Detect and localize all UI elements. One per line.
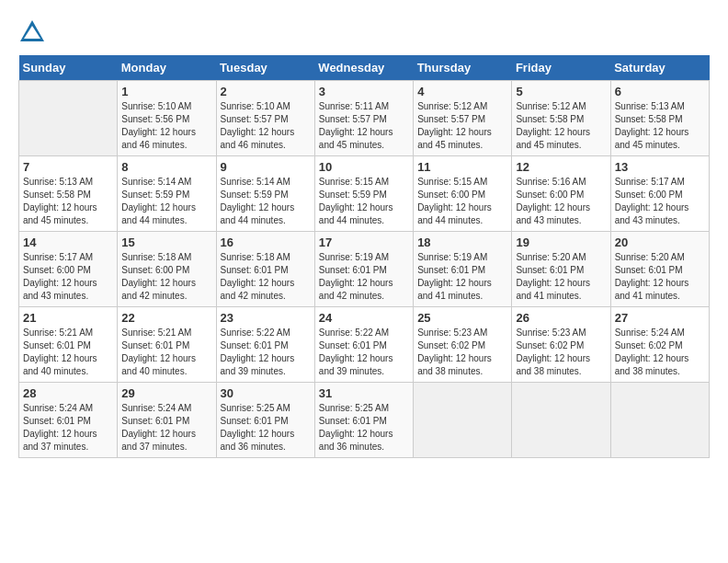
calendar-week-row: 14Sunrise: 5:17 AM Sunset: 6:00 PM Dayli… <box>19 232 710 307</box>
calendar-cell: 8Sunrise: 5:14 AM Sunset: 5:59 PM Daylig… <box>118 156 216 232</box>
day-number: 17 <box>319 236 409 249</box>
calendar-week-row: 28Sunrise: 5:24 AM Sunset: 6:01 PM Dayli… <box>19 383 710 458</box>
calendar-cell: 24Sunrise: 5:22 AM Sunset: 6:01 PM Dayli… <box>314 307 413 383</box>
calendar-cell: 4Sunrise: 5:12 AM Sunset: 5:57 PM Daylig… <box>414 81 512 156</box>
day-info: Sunrise: 5:15 AM Sunset: 6:00 PM Dayligh… <box>417 176 507 227</box>
calendar-cell: 28Sunrise: 5:24 AM Sunset: 6:01 PM Dayli… <box>19 383 118 458</box>
header-saturday: Saturday <box>610 55 709 81</box>
header-monday: Monday <box>118 55 216 81</box>
day-info: Sunrise: 5:16 AM Sunset: 6:00 PM Dayligh… <box>516 176 606 227</box>
day-number: 30 <box>221 386 311 400</box>
day-number: 24 <box>319 311 409 325</box>
day-info: Sunrise: 5:25 AM Sunset: 6:01 PM Dayligh… <box>221 402 311 454</box>
calendar-cell: 17Sunrise: 5:19 AM Sunset: 6:01 PM Dayli… <box>314 232 413 307</box>
calendar-cell: 9Sunrise: 5:14 AM Sunset: 5:59 PM Daylig… <box>216 156 314 232</box>
day-number: 28 <box>23 386 113 400</box>
calendar-week-row: 21Sunrise: 5:21 AM Sunset: 6:01 PM Dayli… <box>19 307 710 383</box>
day-info: Sunrise: 5:15 AM Sunset: 5:59 PM Dayligh… <box>319 176 409 227</box>
calendar-cell: 31Sunrise: 5:25 AM Sunset: 6:01 PM Dayli… <box>314 383 413 458</box>
day-info: Sunrise: 5:22 AM Sunset: 6:01 PM Dayligh… <box>221 327 311 378</box>
day-info: Sunrise: 5:14 AM Sunset: 5:59 PM Dayligh… <box>121 176 211 227</box>
day-info: Sunrise: 5:19 AM Sunset: 6:01 PM Dayligh… <box>417 251 507 303</box>
day-number: 16 <box>221 236 311 249</box>
header <box>18 18 710 46</box>
day-number: 5 <box>516 85 606 98</box>
calendar-cell: 29Sunrise: 5:24 AM Sunset: 6:01 PM Dayli… <box>118 383 216 458</box>
day-info: Sunrise: 5:24 AM Sunset: 6:01 PM Dayligh… <box>23 402 113 454</box>
day-number: 3 <box>319 85 409 98</box>
day-number: 7 <box>23 160 113 174</box>
calendar-header-row: SundayMondayTuesdayWednesdayThursdayFrid… <box>19 55 710 81</box>
day-info: Sunrise: 5:17 AM Sunset: 6:00 PM Dayligh… <box>23 251 113 303</box>
day-info: Sunrise: 5:20 AM Sunset: 6:01 PM Dayligh… <box>516 251 606 303</box>
calendar-cell: 10Sunrise: 5:15 AM Sunset: 5:59 PM Dayli… <box>314 156 413 232</box>
calendar-cell <box>512 383 610 458</box>
day-number: 23 <box>221 311 311 325</box>
day-info: Sunrise: 5:18 AM Sunset: 6:00 PM Dayligh… <box>121 251 211 303</box>
header-sunday: Sunday <box>19 55 118 81</box>
calendar-cell: 16Sunrise: 5:18 AM Sunset: 6:01 PM Dayli… <box>216 232 314 307</box>
day-info: Sunrise: 5:19 AM Sunset: 6:01 PM Dayligh… <box>319 251 409 303</box>
day-info: Sunrise: 5:12 AM Sunset: 5:58 PM Dayligh… <box>516 100 606 152</box>
calendar-cell: 26Sunrise: 5:23 AM Sunset: 6:02 PM Dayli… <box>512 307 610 383</box>
calendar-cell: 12Sunrise: 5:16 AM Sunset: 6:00 PM Dayli… <box>512 156 610 232</box>
calendar-cell: 18Sunrise: 5:19 AM Sunset: 6:01 PM Dayli… <box>414 232 512 307</box>
day-info: Sunrise: 5:10 AM Sunset: 5:56 PM Dayligh… <box>121 100 211 152</box>
day-number: 21 <box>23 311 113 325</box>
day-info: Sunrise: 5:13 AM Sunset: 5:58 PM Dayligh… <box>615 100 705 152</box>
day-number: 27 <box>615 311 705 325</box>
calendar-cell <box>414 383 512 458</box>
logo <box>18 18 50 46</box>
header-tuesday: Tuesday <box>216 55 314 81</box>
day-info: Sunrise: 5:12 AM Sunset: 5:57 PM Dayligh… <box>417 100 507 152</box>
day-number: 18 <box>417 236 507 249</box>
calendar-cell: 15Sunrise: 5:18 AM Sunset: 6:00 PM Dayli… <box>118 232 216 307</box>
day-info: Sunrise: 5:21 AM Sunset: 6:01 PM Dayligh… <box>23 327 113 378</box>
calendar-cell: 20Sunrise: 5:20 AM Sunset: 6:01 PM Dayli… <box>610 232 709 307</box>
day-number: 2 <box>221 85 311 98</box>
day-number: 20 <box>615 236 705 249</box>
logo-icon <box>18 18 46 46</box>
day-number: 31 <box>319 386 409 400</box>
calendar-cell: 3Sunrise: 5:11 AM Sunset: 5:57 PM Daylig… <box>314 81 413 156</box>
day-number: 10 <box>319 160 409 174</box>
day-info: Sunrise: 5:23 AM Sunset: 6:02 PM Dayligh… <box>417 327 507 378</box>
day-number: 6 <box>615 85 705 98</box>
calendar-week-row: 1Sunrise: 5:10 AM Sunset: 5:56 PM Daylig… <box>19 81 710 156</box>
day-info: Sunrise: 5:22 AM Sunset: 6:01 PM Dayligh… <box>319 327 409 378</box>
calendar-cell: 21Sunrise: 5:21 AM Sunset: 6:01 PM Dayli… <box>19 307 118 383</box>
day-info: Sunrise: 5:25 AM Sunset: 6:01 PM Dayligh… <box>319 402 409 454</box>
day-info: Sunrise: 5:18 AM Sunset: 6:01 PM Dayligh… <box>221 251 311 303</box>
day-info: Sunrise: 5:24 AM Sunset: 6:02 PM Dayligh… <box>615 327 705 378</box>
calendar-cell: 25Sunrise: 5:23 AM Sunset: 6:02 PM Dayli… <box>414 307 512 383</box>
header-friday: Friday <box>512 55 610 81</box>
day-info: Sunrise: 5:10 AM Sunset: 5:57 PM Dayligh… <box>221 100 311 152</box>
calendar-cell: 13Sunrise: 5:17 AM Sunset: 6:00 PM Dayli… <box>610 156 709 232</box>
calendar-cell: 22Sunrise: 5:21 AM Sunset: 6:01 PM Dayli… <box>118 307 216 383</box>
day-number: 1 <box>121 85 211 98</box>
day-number: 26 <box>516 311 606 325</box>
day-number: 15 <box>121 236 211 249</box>
calendar-cell: 30Sunrise: 5:25 AM Sunset: 6:01 PM Dayli… <box>216 383 314 458</box>
calendar-week-row: 7Sunrise: 5:13 AM Sunset: 5:58 PM Daylig… <box>19 156 710 232</box>
calendar-cell: 2Sunrise: 5:10 AM Sunset: 5:57 PM Daylig… <box>216 81 314 156</box>
header-thursday: Thursday <box>414 55 512 81</box>
day-info: Sunrise: 5:24 AM Sunset: 6:01 PM Dayligh… <box>121 402 211 454</box>
day-number: 19 <box>516 236 606 249</box>
day-info: Sunrise: 5:23 AM Sunset: 6:02 PM Dayligh… <box>516 327 606 378</box>
calendar-cell <box>19 81 118 156</box>
day-number: 9 <box>221 160 311 174</box>
calendar-cell: 5Sunrise: 5:12 AM Sunset: 5:58 PM Daylig… <box>512 81 610 156</box>
day-info: Sunrise: 5:14 AM Sunset: 5:59 PM Dayligh… <box>221 176 311 227</box>
day-number: 8 <box>121 160 211 174</box>
calendar-cell: 27Sunrise: 5:24 AM Sunset: 6:02 PM Dayli… <box>610 307 709 383</box>
day-number: 13 <box>615 160 705 174</box>
day-number: 22 <box>121 311 211 325</box>
day-info: Sunrise: 5:13 AM Sunset: 5:58 PM Dayligh… <box>23 176 113 227</box>
calendar-cell: 23Sunrise: 5:22 AM Sunset: 6:01 PM Dayli… <box>216 307 314 383</box>
calendar-cell: 14Sunrise: 5:17 AM Sunset: 6:00 PM Dayli… <box>19 232 118 307</box>
calendar-cell: 7Sunrise: 5:13 AM Sunset: 5:58 PM Daylig… <box>19 156 118 232</box>
day-info: Sunrise: 5:17 AM Sunset: 6:00 PM Dayligh… <box>615 176 705 227</box>
calendar-cell <box>610 383 709 458</box>
calendar-cell: 19Sunrise: 5:20 AM Sunset: 6:01 PM Dayli… <box>512 232 610 307</box>
